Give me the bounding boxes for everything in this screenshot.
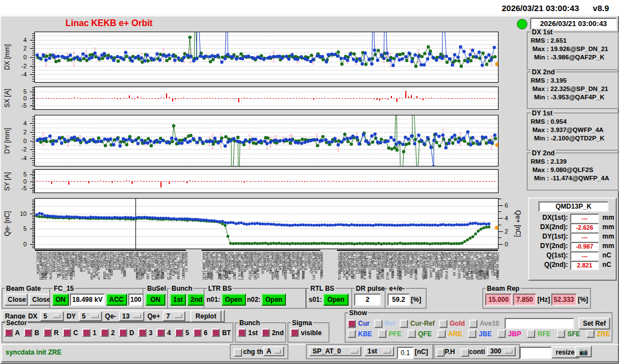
camera-icon[interactable]: 📷 xyxy=(575,346,592,357)
busel-on-button[interactable]: ON xyxy=(145,294,165,306)
beam-rep-pct-unit: [%] xyxy=(578,296,588,304)
show-option-gold[interactable]: Gold xyxy=(439,320,465,328)
sector-item-4[interactable]: 4 xyxy=(157,328,171,337)
beam-gate-close-2-button[interactable]: Close xyxy=(29,294,52,306)
show-option-jbp[interactable]: JBP xyxy=(497,330,521,338)
ytick-dy: 4 xyxy=(12,120,27,127)
sector-item-3-checkbox[interactable] xyxy=(138,328,147,337)
set-ref-button[interactable]: Set Ref xyxy=(578,317,610,330)
sector-item-r-checkbox[interactable] xyxy=(43,328,52,337)
monitor-name-field[interactable]: QMD13P_K xyxy=(539,201,608,212)
show-option-ave10-checkbox[interactable] xyxy=(469,320,477,328)
sector-item-b-checkbox[interactable] xyxy=(24,328,32,337)
sector-item-6[interactable]: 6 xyxy=(193,328,208,337)
show-option-cur-ref-checkbox[interactable] xyxy=(400,320,408,328)
sector-item-d-checkbox[interactable] xyxy=(119,328,127,337)
sector-item-c[interactable]: C xyxy=(63,328,78,337)
sector-item-6-checkbox[interactable] xyxy=(193,328,202,337)
ref-name-input[interactable] xyxy=(505,318,574,329)
ytick-dx: -4 xyxy=(12,71,27,78)
show-option-are-checkbox[interactable] xyxy=(437,330,446,338)
ltr-n01-label: n01: xyxy=(207,296,220,304)
ltr-n02-open-button[interactable]: Open xyxy=(261,294,286,306)
conti-checkbox[interactable] xyxy=(461,348,469,357)
show-option-rfe-checkbox[interactable] xyxy=(527,330,535,338)
bunch-1st-button[interactable]: 1st xyxy=(170,294,186,306)
show-option-ave10[interactable]: Ave10 xyxy=(469,320,499,328)
range-qep-dropdown[interactable]: 7 xyxy=(163,311,185,321)
range-qem-dropdown[interactable]: 13 xyxy=(119,311,144,321)
show-option-qfe[interactable]: QFE xyxy=(407,330,432,338)
bunch-filter-1st[interactable]: 1st xyxy=(238,328,258,337)
sigma-visible-checkbox[interactable] xyxy=(290,328,299,337)
show-option-qfe-checkbox[interactable] xyxy=(407,330,416,338)
sector-item-5[interactable]: 5 xyxy=(175,328,189,337)
sector-item-bt-checkbox[interactable] xyxy=(212,328,220,337)
range-dx-dropdown[interactable]: 5 xyxy=(40,311,64,321)
show-option-zre[interactable]: ZRE xyxy=(586,330,610,338)
show-option-jbe-checkbox[interactable] xyxy=(468,330,476,338)
rtl-s01-open-button[interactable]: Open xyxy=(323,294,349,306)
sector-item-d[interactable]: D xyxy=(119,328,134,337)
sector-item-3[interactable]: 3 xyxy=(138,328,153,337)
sector-item-2-checkbox[interactable] xyxy=(100,328,109,337)
ytick-sx: -5 xyxy=(12,102,27,109)
show-option-pfe-checkbox[interactable] xyxy=(378,330,386,338)
show-option-are[interactable]: ARE xyxy=(437,330,462,338)
show-option-sfe-checkbox[interactable] xyxy=(557,330,565,338)
sector-item-5-checkbox[interactable] xyxy=(175,328,183,337)
dropdown-indicator-icon xyxy=(350,350,358,353)
show-option-jbp-checkbox[interactable] xyxy=(497,330,506,338)
bunch-filter-2nd-checkbox[interactable] xyxy=(261,328,270,337)
sector-item-b[interactable]: B xyxy=(24,328,39,337)
show-option-gold-checkbox[interactable] xyxy=(439,320,447,328)
sector-item-a[interactable]: A xyxy=(4,328,20,337)
sigma-visible-option[interactable]: visible xyxy=(290,328,321,337)
sector-item-r[interactable]: R xyxy=(43,328,59,337)
sector-item-c-checkbox[interactable] xyxy=(63,328,71,337)
show-option-cur[interactable]: Cur xyxy=(348,320,370,328)
show-option-jbe[interactable]: JBE xyxy=(468,330,491,338)
sector-item-2[interactable]: 2 xyxy=(100,328,115,337)
extra-input-field[interactable] xyxy=(520,347,552,359)
sector-item-bt[interactable]: BT xyxy=(212,328,231,337)
ytick-dy: -2 xyxy=(12,146,27,153)
sector-item-4-checkbox[interactable] xyxy=(157,328,165,337)
show-option-pfe[interactable]: PFE xyxy=(378,330,401,338)
show-option-kbe[interactable]: KBE xyxy=(348,330,372,338)
show-option-rfe[interactable]: RFE xyxy=(527,330,551,338)
sector-item-a-checkbox[interactable] xyxy=(4,328,13,337)
show-option-cur-ref[interactable]: Cur-Ref xyxy=(400,320,435,328)
show-option-zre-checkbox[interactable] xyxy=(586,330,595,338)
dr-pulse-field[interactable]: 2 xyxy=(354,294,381,306)
sp-select-dropdown[interactable]: SP_AT_0 xyxy=(309,346,361,356)
beam-gate-close-1-button[interactable]: Close xyxy=(4,294,28,306)
show-option-ref[interactable]: Ref xyxy=(374,320,395,328)
bunch-filter-2nd[interactable]: 2nd xyxy=(261,328,284,337)
ph-checkbox[interactable] xyxy=(436,348,445,357)
monitor-row-0: DX(1st):---mm xyxy=(529,214,616,222)
show-option-cur-checkbox[interactable] xyxy=(348,320,356,328)
sector-item-1-checkbox[interactable] xyxy=(82,328,90,337)
show-option-sfe[interactable]: SFE xyxy=(557,330,580,338)
sector-item-bt-label: BT xyxy=(222,329,231,337)
show-option-kbe-checkbox[interactable] xyxy=(348,330,356,338)
stat-min: Min : -3.986@QAF2P_K xyxy=(534,54,618,60)
chg-th-checkbox[interactable] xyxy=(234,348,242,357)
show-option-ref-checkbox[interactable] xyxy=(374,320,383,328)
range-dy-dropdown[interactable]: 5 xyxy=(79,311,103,321)
chg-th-dropdown[interactable]: A xyxy=(263,346,284,356)
show-option-pfe-label: PFE xyxy=(389,330,401,338)
bunch-select-dropdown[interactable]: 1st xyxy=(364,346,394,356)
threshold-field[interactable]: 0.1 xyxy=(397,347,414,359)
points-dropdown[interactable]: 300 xyxy=(487,346,516,356)
replot-button[interactable]: Replot xyxy=(190,310,222,322)
fc15-acc-button[interactable]: ACC xyxy=(106,294,127,306)
e-ratio-field[interactable]: 59.2 xyxy=(387,294,410,306)
ltr-n01-open-button[interactable]: Open xyxy=(222,294,246,306)
bunch-2nd-button[interactable]: 2nd xyxy=(187,294,205,306)
bunch-filter-1st-checkbox[interactable] xyxy=(238,328,246,337)
monitor-row-unit: nC xyxy=(602,251,611,259)
fc15-on-button[interactable]: ON xyxy=(52,294,69,306)
sector-item-1[interactable]: 1 xyxy=(82,328,97,337)
